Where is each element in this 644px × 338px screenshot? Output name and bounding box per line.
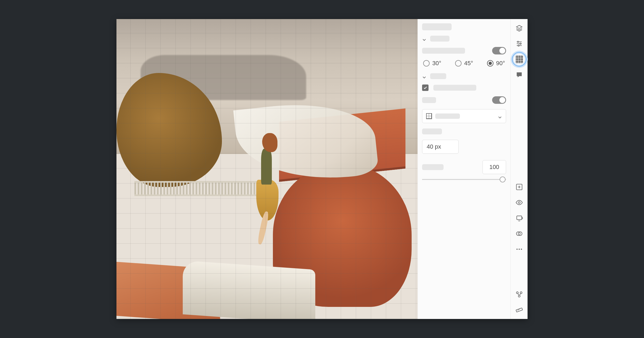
screen-icon[interactable] xyxy=(515,214,523,222)
svg-point-10 xyxy=(521,249,522,250)
spacing-value: 40 px xyxy=(427,143,441,150)
angle-radio-30[interactable]: 30° xyxy=(423,60,441,67)
nodes-icon[interactable] xyxy=(515,291,523,298)
grid-toggle[interactable] xyxy=(492,96,506,104)
svg-rect-5 xyxy=(517,216,522,220)
opacity-slider[interactable] xyxy=(422,176,506,183)
svg-point-1 xyxy=(520,43,521,45)
panel-title xyxy=(422,23,452,30)
opacity-label xyxy=(422,164,444,170)
chevron-down-icon xyxy=(422,74,426,78)
angle-radio-group: 30° 45° 90° xyxy=(422,60,506,67)
add-icon[interactable] xyxy=(515,183,523,191)
checkbox-icon[interactable] xyxy=(422,84,429,91)
grid-type-select[interactable] xyxy=(422,109,506,123)
layers-icon[interactable] xyxy=(515,24,523,32)
comment-icon[interactable] xyxy=(515,71,523,79)
spacing-input[interactable]: 40 px xyxy=(422,140,459,154)
snap-checkbox-row[interactable] xyxy=(422,84,506,91)
opacity-value: 100 xyxy=(489,164,499,171)
section-header-1[interactable] xyxy=(422,36,506,42)
svg-point-9 xyxy=(518,249,520,250)
svg-point-12 xyxy=(520,292,522,294)
more-icon[interactable] xyxy=(515,245,523,253)
svg-point-0 xyxy=(517,41,519,43)
grid-tool-icon[interactable] xyxy=(515,56,523,63)
angle-label-90: 90° xyxy=(496,60,505,67)
artwork xyxy=(116,19,418,319)
chevron-down-icon xyxy=(422,36,426,41)
app-window: 30° 45° 90° xyxy=(116,19,528,319)
svg-point-2 xyxy=(518,45,519,46)
angle-radio-90[interactable]: 90° xyxy=(487,60,505,67)
svg-point-8 xyxy=(516,249,518,250)
sliders-icon[interactable] xyxy=(515,40,523,47)
toggle-label-2 xyxy=(422,97,436,103)
chevron-down-icon xyxy=(498,114,502,118)
venn-icon[interactable] xyxy=(515,230,523,237)
properties-panel: 30° 45° 90° xyxy=(418,19,510,319)
angle-radio-45[interactable]: 45° xyxy=(455,60,473,67)
eye-icon[interactable] xyxy=(515,199,523,206)
section-header-2[interactable] xyxy=(422,73,506,79)
ruler-icon[interactable] xyxy=(515,306,523,314)
angle-label-30: 30° xyxy=(432,60,441,67)
angle-label-45: 45° xyxy=(464,60,473,67)
svg-rect-14 xyxy=(516,308,522,312)
svg-point-4 xyxy=(518,202,520,204)
perspective-toggle[interactable] xyxy=(492,47,506,54)
slider-knob[interactable] xyxy=(500,177,506,182)
grid-icon xyxy=(426,113,432,119)
svg-point-11 xyxy=(516,292,518,294)
svg-point-13 xyxy=(518,295,520,297)
toggle-label-1 xyxy=(422,48,465,54)
spacing-label xyxy=(422,128,442,134)
right-toolbar xyxy=(510,19,528,319)
canvas-area[interactable] xyxy=(116,19,418,319)
opacity-input[interactable]: 100 xyxy=(482,160,506,174)
